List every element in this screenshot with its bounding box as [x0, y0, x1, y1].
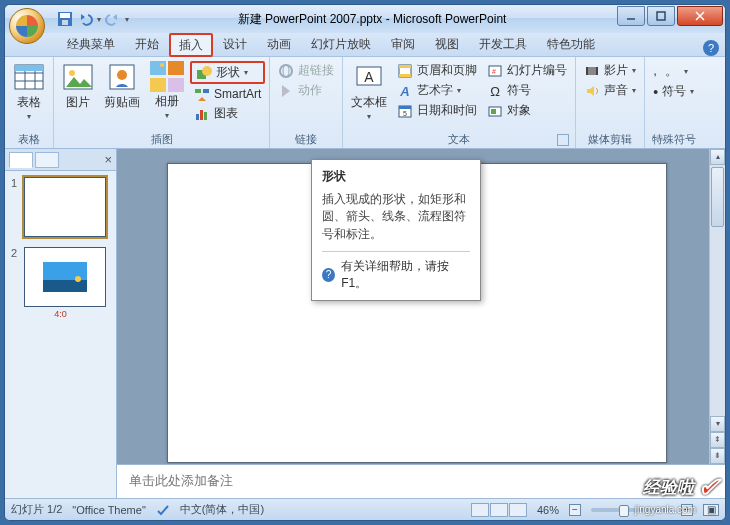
redo-icon[interactable] [105, 11, 121, 27]
chevron-down-icon: ▾ [632, 86, 636, 95]
hyperlink-button[interactable]: 超链接 [274, 61, 338, 80]
shapes-button[interactable]: 形状 ▾ [190, 61, 265, 84]
svg-rect-28 [399, 74, 411, 77]
album-icon-1 [150, 61, 166, 75]
object-label: 对象 [507, 102, 531, 119]
slide-number: 2 [11, 247, 17, 259]
tab-design[interactable]: 设计 [213, 32, 257, 56]
group-media: 影片 ▾ 声音 ▾ 媒体剪辑 [576, 57, 645, 148]
close-button[interactable] [677, 6, 723, 26]
album-icon-4 [168, 78, 184, 92]
symbol-button[interactable]: Ω 符号 [483, 81, 571, 100]
special-symbol-button[interactable]: • 符号 ▾ [649, 82, 698, 101]
next-slide-button[interactable]: ⇟ [710, 448, 725, 464]
wordart-icon: A [397, 83, 413, 99]
tab-review[interactable]: 审阅 [381, 32, 425, 56]
scroll-thumb[interactable] [711, 167, 724, 227]
clipart-label: 剪贴画 [104, 94, 140, 111]
chevron-down-icon: ▾ [244, 68, 248, 77]
header-footer-label: 页眉和页脚 [417, 62, 477, 79]
clipart-button[interactable]: 剪贴画 [100, 59, 144, 113]
textbox-button[interactable]: A 文本框 ▾ [347, 59, 391, 123]
svg-rect-3 [657, 12, 665, 20]
punct-icon: , 。 [653, 62, 679, 80]
special-punct-button[interactable]: , 。 ▾ [649, 61, 698, 81]
action-icon [278, 83, 294, 99]
maximize-button[interactable] [647, 6, 675, 26]
svg-rect-39 [586, 67, 588, 75]
slide-thumb-2[interactable]: 2 4:0 [11, 247, 110, 319]
sound-button[interactable]: 声音 ▾ [580, 81, 640, 100]
datetime-button[interactable]: 5 日期和时间 [393, 101, 481, 120]
slide-caption: 4:0 [11, 309, 110, 319]
symbol-icon: Ω [487, 83, 503, 99]
object-button[interactable]: 对象 [483, 101, 571, 120]
watermark-url: jingyanla.com [635, 504, 696, 515]
svg-text:A: A [365, 69, 375, 85]
pane-tab-slides[interactable] [9, 152, 33, 168]
scroll-down-button[interactable]: ▾ [710, 416, 725, 432]
view-sorter-button[interactable] [490, 503, 508, 517]
tooltip-title: 形状 [322, 168, 470, 185]
album-button[interactable]: 相册 ▾ [146, 59, 188, 122]
help-icon[interactable]: ? [703, 40, 719, 56]
status-theme: "Office Theme" [72, 504, 145, 516]
fit-window-button[interactable]: ▣ [703, 504, 719, 516]
scroll-up-button[interactable]: ▴ [710, 149, 725, 165]
tab-developer[interactable]: 开发工具 [469, 32, 537, 56]
zoom-level[interactable]: 46% [537, 504, 559, 516]
vertical-scrollbar[interactable]: ▴ ▾ ⇞ ⇟ [709, 149, 725, 464]
dialog-launcher-icon[interactable] [557, 134, 569, 146]
view-slideshow-button[interactable] [509, 503, 527, 517]
prev-slide-button[interactable]: ⇞ [710, 432, 725, 448]
svg-point-7 [69, 70, 75, 76]
tab-insert[interactable]: 插入 [169, 33, 213, 57]
svg-rect-10 [150, 61, 166, 75]
status-language[interactable]: 中文(简体，中国) [180, 502, 264, 517]
svg-rect-5 [15, 65, 43, 71]
slide-thumb-1[interactable]: 1 [11, 177, 110, 237]
album-label: 相册 [155, 93, 179, 110]
hyperlink-icon [278, 63, 294, 79]
pane-close-button[interactable]: × [104, 152, 112, 167]
svg-text:Ω: Ω [490, 84, 500, 99]
svg-rect-40 [596, 67, 598, 75]
spellcheck-icon[interactable] [156, 503, 170, 517]
object-icon [487, 103, 503, 119]
zoom-out-button[interactable]: − [569, 504, 581, 516]
svg-rect-17 [195, 89, 201, 93]
tab-animation[interactable]: 动画 [257, 32, 301, 56]
save-icon[interactable] [57, 11, 73, 27]
movie-button[interactable]: 影片 ▾ [580, 61, 640, 80]
tab-home[interactable]: 开始 [125, 32, 169, 56]
wordart-button[interactable]: A 艺术字 ▾ [393, 81, 481, 100]
titlebar: ▾ ▾ 新建 PowerPoint 2007.pptx - Microsoft … [5, 5, 725, 33]
notes-placeholder: 单击此处添加备注 [129, 473, 233, 488]
tab-classic-menu[interactable]: 经典菜单 [57, 32, 125, 56]
svg-point-9 [117, 70, 127, 80]
svg-point-11 [160, 63, 164, 67]
header-footer-button[interactable]: 页眉和页脚 [393, 61, 481, 80]
chevron-down-icon: ▾ [367, 112, 371, 121]
tab-view[interactable]: 视图 [425, 32, 469, 56]
pane-tab-outline[interactable] [35, 152, 59, 168]
tab-slideshow[interactable]: 幻灯片放映 [301, 32, 381, 56]
table-button[interactable]: 表格 ▾ [9, 59, 49, 123]
undo-icon[interactable] [77, 11, 93, 27]
bullet-icon: • [653, 84, 658, 100]
undo-dropdown-icon[interactable]: ▾ [97, 15, 101, 24]
chart-button[interactable]: 图表 [190, 104, 265, 123]
office-button[interactable] [9, 8, 45, 44]
action-button[interactable]: 动作 [274, 81, 338, 100]
view-normal-button[interactable] [471, 503, 489, 517]
picture-button[interactable]: 图片 [58, 59, 98, 113]
tab-special[interactable]: 特色功能 [537, 32, 605, 56]
tooltip-help-text: 有关详细帮助，请按 F1。 [341, 258, 470, 292]
smartart-button[interactable]: SmartArt [190, 85, 265, 103]
minimize-button[interactable] [617, 6, 645, 26]
slide-number-button[interactable]: # 幻灯片编号 [483, 61, 571, 80]
check-icon: ✔ [698, 472, 720, 503]
notes-pane[interactable]: 单击此处添加备注 [117, 464, 725, 498]
shapes-icon [196, 65, 212, 81]
ribbon-tabs: 经典菜单 开始 插入 设计 动画 幻灯片放映 审阅 视图 开发工具 特色功能 ? [5, 33, 725, 57]
